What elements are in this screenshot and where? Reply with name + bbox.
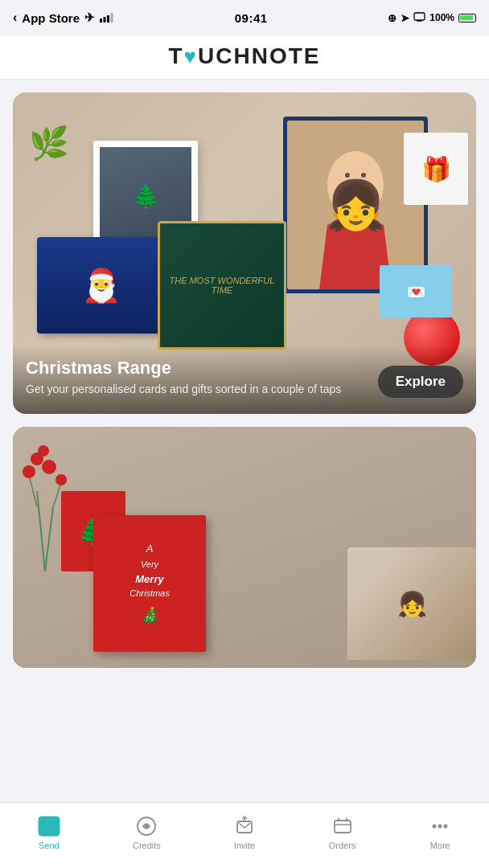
svg-line-11 xyxy=(45,507,53,571)
red-card-text: A Very Merry Christmas 🎄 xyxy=(123,533,176,634)
svg-rect-1 xyxy=(104,17,106,23)
status-bar-left: ‹ App Store ✈ xyxy=(13,10,114,25)
square-photo-card: THE MOST WONDERFUL TIME xyxy=(158,221,286,350)
scroll-area: 🌿 🌲 xyxy=(0,80,489,801)
tab-credits[interactable]: Credits xyxy=(98,803,196,868)
svg-point-28 xyxy=(438,824,442,828)
christmas-card-santa: 🎅 xyxy=(37,237,166,334)
status-bar: ‹ App Store ✈ 09:41 ⊕ ➤ 100% xyxy=(0,0,489,35)
logo-heart-icon: ♥ xyxy=(184,44,198,68)
partial-photo: 👧 xyxy=(347,547,476,660)
svg-point-23 xyxy=(145,824,149,828)
navigation-icon: ➤ xyxy=(401,12,409,24)
invite-tab-label: Invite xyxy=(234,841,255,850)
send-tab-icon xyxy=(38,815,60,837)
christmas-cards-card: 🌲 A Very Merry Christmas 🎄 👧 xyxy=(13,427,476,668)
carrier-label: App Store xyxy=(22,11,80,25)
gift-decoration: 🎁 xyxy=(404,133,468,205)
red-greeting-card: A Very Merry Christmas 🎄 xyxy=(93,515,206,652)
svg-rect-21 xyxy=(50,822,56,830)
credits-tab-icon xyxy=(135,815,158,837)
svg-rect-0 xyxy=(100,18,102,23)
svg-line-12 xyxy=(29,475,37,507)
svg-rect-3 xyxy=(111,13,113,23)
svg-point-9 xyxy=(361,173,366,178)
orders-tab-label: Orders xyxy=(329,841,356,850)
status-bar-right: ⊕ ➤ 100% xyxy=(388,12,476,24)
more-tab-icon xyxy=(429,815,451,837)
app-logo: T♥UCHNOTE xyxy=(0,43,489,69)
app-header: T♥UCHNOTE xyxy=(0,35,489,80)
svg-rect-26 xyxy=(335,821,351,833)
christmas-range-card: 🌿 🌲 xyxy=(13,92,476,414)
svg-line-10 xyxy=(37,491,45,571)
airplane-icon: ✈ xyxy=(84,10,95,25)
svg-point-14 xyxy=(23,465,35,478)
explore-button[interactable]: Explore xyxy=(378,366,463,398)
location-icon: ⊕ xyxy=(388,12,397,24)
tab-send[interactable]: Send xyxy=(0,803,98,868)
tab-orders[interactable]: Orders xyxy=(294,803,392,868)
back-arrow-icon: ‹ xyxy=(13,10,17,25)
svg-point-18 xyxy=(38,445,49,457)
svg-line-13 xyxy=(53,483,61,507)
send-tab-label: Send xyxy=(39,841,60,850)
scene-2: 🌲 A Very Merry Christmas 🎄 👧 xyxy=(13,427,476,668)
battery-percent-label: 100% xyxy=(429,12,454,23)
svg-rect-20 xyxy=(42,822,48,830)
battery-icon xyxy=(458,14,476,23)
orders-tab-icon xyxy=(331,815,354,837)
svg-point-27 xyxy=(433,824,437,828)
more-tab-label: More xyxy=(430,841,450,850)
tab-bar: Send Credits Invite xyxy=(0,802,489,868)
tab-invite[interactable]: Invite xyxy=(195,803,294,868)
screen-mirror-icon xyxy=(413,12,425,24)
credits-tab-label: Credits xyxy=(133,841,161,850)
svg-rect-2 xyxy=(107,15,109,23)
status-bar-time: 09:41 xyxy=(235,11,268,25)
red-berries-decoration: 🌿 xyxy=(29,125,69,162)
svg-point-16 xyxy=(42,460,56,474)
small-card-blue: 💌 xyxy=(380,265,452,317)
hero-image-christmas-cards: 🌲 A Very Merry Christmas 🎄 👧 xyxy=(13,427,476,668)
svg-point-8 xyxy=(345,173,350,178)
svg-point-7 xyxy=(335,156,376,201)
tab-more[interactable]: More xyxy=(391,803,489,868)
svg-rect-4 xyxy=(414,13,425,20)
svg-point-29 xyxy=(444,824,448,828)
signal-icon xyxy=(100,11,114,25)
invite-tab-icon xyxy=(233,815,256,837)
svg-point-17 xyxy=(55,474,67,485)
